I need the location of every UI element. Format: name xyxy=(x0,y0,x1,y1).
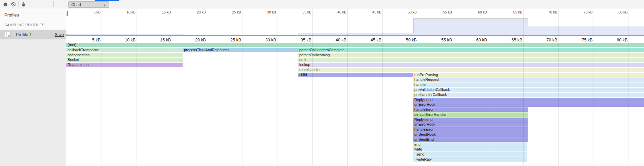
flamechart-pane: 5 kB10 kB15 kB20 kB25 kB30 kB35 kB40 kB4… xyxy=(66,9,644,166)
pane-resize-handle[interactable] xyxy=(67,11,68,16)
ruler-tick-label: 60 kB xyxy=(468,10,487,14)
toolbar-divider xyxy=(18,1,18,7)
ruler-tick-label: 75 kB xyxy=(573,10,593,14)
ruler-tick-label: 35 kB xyxy=(292,38,311,42)
ruler-tick-label: 25 kB xyxy=(222,10,241,14)
flame-bar-reply-send[interactable]: Reply.send xyxy=(413,118,528,122)
select-caret-icon: ▼ xyxy=(103,3,106,8)
flame-bar-write-[interactable]: write_ xyxy=(413,147,527,152)
ruler-tick-label: 55 kB xyxy=(433,38,452,42)
ruler-tick-label: 55 kB xyxy=(433,10,452,14)
ruler-tick-label: 50 kB xyxy=(397,10,417,14)
toolbar-divider xyxy=(53,1,54,7)
ruler-tick-label: 35 kB xyxy=(292,10,311,14)
ruler-tick-label: 45 kB xyxy=(362,10,381,14)
ruler-tick-label: 10 kB xyxy=(116,38,136,42)
profile-document-icon: % xyxy=(5,32,10,37)
view-mode-select[interactable]: Chart ▼ xyxy=(68,1,109,8)
flame-bar-reply-send[interactable]: Reply.send xyxy=(413,98,644,102)
flame-bar-processticksandrejections[interactable]: processTicksAndRejections xyxy=(183,48,298,52)
save-profile-link[interactable]: Save xyxy=(55,32,64,37)
flame-bar-runpreparsing[interactable]: runPreParsing xyxy=(413,73,644,77)
flame-bar-onerrorhook[interactable]: onErrorHook xyxy=(413,102,644,107)
flame-bar-parseronheaderscomplete[interactable]: parserOnHeadersComplete xyxy=(298,48,644,52)
ruler-tick-label: 25 kB xyxy=(222,38,241,42)
flame-bar-handleerror[interactable]: handleError xyxy=(413,127,528,132)
delete-profile-trash-icon[interactable] xyxy=(21,2,26,7)
flame-bar-prehandlercallback[interactable]: preHandlerCallback xyxy=(413,93,644,97)
ruler-tick-label: 20 kB xyxy=(187,38,206,42)
ruler-tick-label: 65 kB xyxy=(503,38,522,42)
ruler-tick-label: 40 kB xyxy=(327,10,346,14)
flame-bar-prevalidationcallback[interactable]: preValidationCallback xyxy=(413,88,644,92)
ruler-tick-label: 65 kB xyxy=(503,10,522,14)
record-profile-icon[interactable] xyxy=(3,2,8,7)
flame-bar-end[interactable]: end xyxy=(413,142,527,147)
flame-bar-socket[interactable]: Socket xyxy=(66,58,183,62)
flame-bar-onsendhook[interactable]: onSendHook xyxy=(413,132,528,137)
ruler-tick-label: 50 kB xyxy=(397,38,417,42)
flame-bar-emit[interactable]: emit xyxy=(298,58,644,62)
flame-bar-parseronincoming[interactable]: parserOnIncoming xyxy=(298,53,644,57)
flame-bar-defaulterrorhandler[interactable]: defaultErrorHandler xyxy=(413,112,528,117)
ruler-tick-label: 5 kB xyxy=(81,38,101,42)
ruler-tick-label: 15 kB xyxy=(152,38,171,42)
sidebar-heading: Profiles xyxy=(4,12,19,18)
view-mode-value: Chart xyxy=(71,2,81,7)
flame-bar-routehandler[interactable]: routeHandler xyxy=(298,68,644,72)
flame-bar-handleerror[interactable]: handleError xyxy=(413,107,528,112)
ruler-tick-label: 40 kB xyxy=(327,38,346,42)
svg-text:%: % xyxy=(8,35,10,38)
clear-profiles-icon[interactable] xyxy=(11,2,16,7)
sidebar-item-profile-1[interactable]: % Profile 1 Save xyxy=(0,30,66,39)
toolbar: Chart ▼ xyxy=(0,0,644,9)
ruler-tick-label: 70 kB xyxy=(538,10,557,14)
ruler-tick-label: 80 kB xyxy=(608,38,628,42)
ruler-tick-label: 70 kB xyxy=(538,38,557,42)
ruler-tick-label: 15 kB xyxy=(152,10,171,14)
sidebar-lower-area xyxy=(0,39,66,166)
flame-bar--writeraw[interactable]: _writeRaw xyxy=(413,157,527,162)
ruler-tick-label: 75 kB xyxy=(573,38,593,42)
ruler-tick-label: 30 kB xyxy=(257,38,276,42)
ruler-tick-label: 45 kB xyxy=(362,38,381,42)
flame-bar-child[interactable]: child xyxy=(298,73,413,77)
ruler-tick-label: 20 kB xyxy=(187,10,206,14)
ruler-tick-label: 5 kB xyxy=(81,10,101,14)
overview-area-chart[interactable] xyxy=(66,13,644,36)
profiles-sidebar: Profiles SAMPLING PROFILES % Profile 1 S… xyxy=(0,9,66,166)
sampling-profiles-section-heading: SAMPLING PROFILES xyxy=(4,23,44,27)
memory-profiler-panel: Chart ▼ Profiles SAMPLING PROFILES % Pro… xyxy=(0,0,644,166)
ruler-tick-label: 60 kB xyxy=(468,38,487,42)
flame-bar-lookup[interactable]: lookup xyxy=(298,63,644,67)
ruler-tick-label: 10 kB xyxy=(116,10,136,14)
overview-bottom-border xyxy=(66,36,644,36)
flame-bar-handlerequest[interactable]: handleRequest xyxy=(413,77,644,82)
flame-bar--root-[interactable]: (root) xyxy=(66,43,644,47)
active-tab-indicator xyxy=(95,0,119,1)
flame-bar-onconnection[interactable]: onconnection xyxy=(66,53,183,57)
ruler-tick-label: 80 kB xyxy=(608,10,628,14)
flame-bar-onerrorhook[interactable]: onErrorHook xyxy=(413,122,528,127)
ruler-tick-label: 30 kB xyxy=(257,10,276,14)
profile-name: Profile 1 xyxy=(16,32,32,37)
flame-bar-onsendend[interactable]: onSendEnd xyxy=(413,137,528,142)
flame-bar-callbacktrampoline[interactable]: callbackTrampoline xyxy=(66,48,183,52)
flame-bar-handler[interactable]: handler xyxy=(413,82,644,87)
flame-bar-readable-on[interactable]: Readable.on xyxy=(66,63,183,67)
flame-bar--send[interactable]: _send xyxy=(413,152,527,157)
